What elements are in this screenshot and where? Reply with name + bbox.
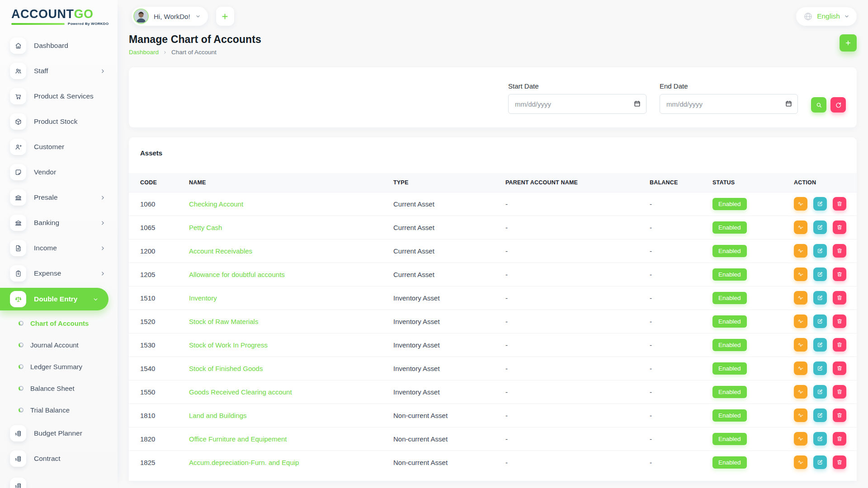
- trash-icon: [836, 248, 843, 254]
- account-name-link[interactable]: Goods Received Clearing account: [189, 388, 292, 396]
- edit-button[interactable]: [813, 432, 827, 446]
- delete-button[interactable]: [833, 338, 846, 352]
- sidebar-item-partial[interactable]: $: [0, 473, 118, 488]
- status-badge: Enabled: [712, 292, 747, 304]
- transactions-button[interactable]: [794, 455, 807, 469]
- account-name-link[interactable]: Petty Cash: [189, 224, 222, 231]
- transactions-button[interactable]: [794, 244, 807, 258]
- parent-account-name: -: [505, 341, 508, 349]
- delete-button[interactable]: [833, 221, 846, 234]
- edit-button[interactable]: [813, 244, 827, 258]
- account-name-link[interactable]: Allowance for doubtful accounts: [189, 271, 285, 278]
- account-name-link[interactable]: Stock of Raw Materials: [189, 318, 258, 325]
- transactions-button[interactable]: [794, 338, 807, 352]
- wave-icon: [797, 389, 804, 395]
- reset-filter-button[interactable]: [830, 97, 846, 113]
- edit-button[interactable]: [813, 197, 827, 211]
- account-name-link[interactable]: Checking Account: [189, 200, 243, 208]
- sidebar-item-presale[interactable]: Presale: [0, 185, 118, 210]
- wave-icon: [797, 248, 804, 254]
- edit-icon: [817, 412, 823, 418]
- account-code: 1510: [140, 294, 155, 302]
- transactions-button[interactable]: [794, 361, 807, 375]
- edit-button[interactable]: [813, 267, 827, 281]
- account-name-link[interactable]: Land and Buildings: [189, 412, 247, 419]
- delete-button[interactable]: [833, 291, 846, 305]
- delete-button[interactable]: [833, 197, 846, 211]
- start-date-input[interactable]: [508, 94, 646, 114]
- create-account-button[interactable]: [840, 34, 857, 52]
- edit-button[interactable]: [813, 338, 827, 352]
- sidebar-item-product-stock[interactable]: Product Stock: [0, 109, 118, 134]
- transactions-button[interactable]: [794, 314, 807, 328]
- sidebar-item-dashboard[interactable]: Dashboard: [0, 33, 118, 58]
- sidebar-subitem-balance-sheet[interactable]: Balance Sheet: [0, 377, 118, 399]
- transactions-button[interactable]: [794, 291, 807, 305]
- transactions-button[interactable]: [794, 197, 807, 211]
- edit-button[interactable]: [813, 291, 827, 305]
- trash-icon: [836, 436, 843, 442]
- account-name-link[interactable]: Accum.depreciation-Furn. and Equip: [189, 459, 299, 466]
- edit-button[interactable]: [813, 385, 827, 399]
- transactions-button[interactable]: [794, 408, 807, 422]
- user-menu[interactable]: Hi, WorkDo!: [132, 7, 208, 26]
- account-name-link[interactable]: Account Receivables: [189, 247, 252, 255]
- end-date-input[interactable]: [660, 94, 798, 114]
- sidebar-item-customer[interactable]: Customer: [0, 134, 118, 160]
- quick-add-button[interactable]: [216, 7, 234, 26]
- sidebar-item-budget-planner[interactable]: $ Budget Planner: [0, 421, 118, 446]
- account-name-link[interactable]: Stock of Work In Progress: [189, 341, 268, 349]
- delete-button[interactable]: [833, 408, 846, 422]
- edit-button[interactable]: [813, 408, 827, 422]
- column-header-name: NAME: [189, 173, 393, 192]
- account-name-link[interactable]: Office Furniture and Equipement: [189, 435, 287, 443]
- sidebar-item-product-services[interactable]: Product & Services: [0, 84, 118, 109]
- sidebar-item-contract[interactable]: $ Contract: [0, 446, 118, 471]
- delete-button[interactable]: [833, 314, 846, 328]
- delete-button[interactable]: [833, 455, 846, 469]
- transactions-button[interactable]: [794, 221, 807, 234]
- account-code: 1540: [140, 365, 155, 372]
- apply-filter-button[interactable]: [811, 97, 826, 113]
- delete-button[interactable]: [833, 361, 846, 375]
- account-name-link[interactable]: Stock of Finished Goods: [189, 365, 263, 372]
- trash-icon: [836, 224, 843, 230]
- delete-button[interactable]: [833, 385, 846, 399]
- delete-button[interactable]: [833, 244, 846, 258]
- edit-button[interactable]: [813, 455, 827, 469]
- sidebar-subitem-chart-of-accounts[interactable]: Chart of Accounts: [0, 312, 118, 334]
- delete-button[interactable]: [833, 432, 846, 446]
- edit-button[interactable]: [813, 314, 827, 328]
- edit-button[interactable]: [813, 361, 827, 375]
- sidebar-item-label: Customer: [34, 143, 64, 151]
- calendar-icon[interactable]: [785, 100, 793, 108]
- brand-powered-by: Powered By WORKDO: [68, 22, 108, 26]
- edit-button[interactable]: [813, 221, 827, 234]
- sidebar-subitem-journal-account[interactable]: Journal Account: [0, 334, 118, 356]
- breadcrumb-dashboard-link[interactable]: Dashboard: [129, 49, 159, 56]
- transactions-button[interactable]: [794, 385, 807, 399]
- balance-value: -: [650, 435, 652, 443]
- transactions-button[interactable]: [794, 432, 807, 446]
- balance-value: -: [650, 200, 652, 208]
- delete-button[interactable]: [833, 267, 846, 281]
- wave-icon: [797, 459, 804, 465]
- sidebar-subitem-trial-balance[interactable]: Trial Balance: [0, 399, 118, 421]
- sidebar-item-vendor[interactable]: Vendor: [0, 160, 118, 185]
- sidebar-item-banking[interactable]: Banking: [0, 210, 118, 235]
- sidebar-item-income[interactable]: Income: [0, 235, 118, 261]
- account-type: Current Asset: [393, 271, 434, 278]
- sidebar-item-expense[interactable]: $ Expense: [0, 261, 118, 286]
- brand-logo[interactable]: ACCOUNTGO Powered By WORKDO: [0, 0, 118, 26]
- account-name-link[interactable]: Inventory: [189, 294, 217, 302]
- edit-icon: [817, 248, 823, 254]
- plus-icon: [221, 12, 229, 21]
- table-row: 1810 Land and Buildings Non-current Asse…: [129, 404, 857, 427]
- transactions-button[interactable]: [794, 267, 807, 281]
- language-selector[interactable]: English: [796, 7, 857, 26]
- calendar-icon[interactable]: [633, 100, 641, 108]
- svg-text:$: $: [17, 272, 19, 276]
- sidebar-subitem-ledger-summary[interactable]: Ledger Summary: [0, 356, 118, 377]
- sidebar-item-staff[interactable]: Staff: [0, 58, 118, 84]
- sidebar-item-double-entry[interactable]: Double Entry: [0, 288, 108, 310]
